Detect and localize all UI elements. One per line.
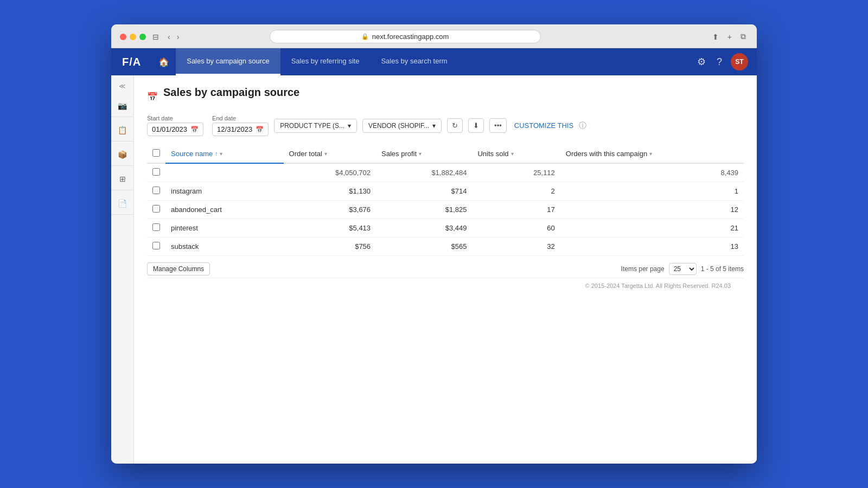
lock-icon: 🔒 (361, 33, 369, 40)
row1-orders: 1 (560, 182, 744, 201)
th-sales-profit[interactable]: Sales profit ▾ (376, 145, 472, 163)
row4-source: substack (165, 237, 284, 256)
minimize-btn[interactable] (130, 34, 136, 40)
th-order-total[interactable]: Order total ▾ (284, 145, 376, 163)
table-row: instagram $1,130 $714 2 1 (147, 182, 744, 201)
totals-orders: 8,439 (560, 163, 744, 182)
row4-units-sold: 32 (472, 237, 560, 256)
end-date-label: End date (212, 115, 269, 121)
sort-asc-icon: ↑ (215, 151, 218, 157)
customize-help-icon[interactable]: ⓘ (579, 121, 586, 131)
address-bar[interactable]: 🔒 next.forecastingapp.com (270, 30, 541, 43)
vendor-filter-btn[interactable]: VENDOR (SHOPIF... ▾ (362, 119, 442, 133)
tabs-btn[interactable]: ⧉ (738, 31, 748, 42)
avatar[interactable]: ST (731, 53, 748, 70)
chevron-down-icon: ▾ (348, 122, 351, 130)
filter-icon-source[interactable]: ▾ (220, 151, 222, 157)
maximize-btn[interactable] (139, 34, 146, 40)
totals-units-sold: 25,112 (472, 163, 560, 182)
start-date-value[interactable]: 01/01/2023 (152, 125, 187, 133)
expand-icon: › (125, 102, 131, 109)
table-row: abandoned_cart $3,676 $1,825 17 12 (147, 201, 744, 219)
filter-icon-order[interactable]: ▾ (324, 151, 327, 157)
filter-icon-units[interactable]: ▾ (511, 151, 514, 157)
sidebar-item-reports[interactable]: 📋 › (113, 121, 132, 139)
end-date-value[interactable]: 12/31/2023 (217, 125, 252, 133)
filter-icon-orders[interactable]: ▾ (649, 151, 652, 157)
tab-sales-search[interactable]: Sales by search term (370, 48, 458, 75)
end-date-calendar-btn[interactable]: 📅 (256, 126, 264, 133)
share-btn[interactable]: ⬆ (710, 31, 721, 42)
totals-order-total: $4,050,702 (284, 163, 376, 182)
th-source-name[interactable]: Source name ↑ ▾ (165, 145, 284, 163)
row4-checkbox[interactable] (152, 242, 160, 249)
chevron-down-icon-2: ▾ (432, 122, 436, 130)
row4-orders: 13 (560, 237, 744, 256)
row4-sales-profit: $565 (376, 237, 472, 256)
new-tab-btn[interactable]: + (725, 31, 734, 42)
items-per-page-select[interactable]: 25 50 100 (669, 263, 697, 275)
sidebar-toggle-btn[interactable]: ⊟ (152, 33, 159, 41)
pagination-info: Items per page 25 50 100 1 - 5 of 5 item… (621, 263, 744, 275)
sidebar-collapse-btn[interactable]: ≪ (115, 80, 130, 93)
home-btn[interactable]: 🏠 (152, 48, 176, 75)
expand-icon-5: › (125, 200, 131, 207)
th-select-all[interactable] (147, 145, 165, 163)
page-footer: © 2015-2024 Targetta Ltd. All Rights Res… (147, 278, 744, 291)
app-logo: F/A (122, 56, 141, 68)
start-date-field: Start date 01/01/2023 📅 (147, 115, 203, 136)
sidebar-item-grid[interactable]: ⊞ › (113, 170, 132, 188)
th-units-sold[interactable]: Units sold ▾ (472, 145, 560, 163)
tab-sales-referring[interactable]: Sales by referring site (280, 48, 371, 75)
row3-units-sold: 60 (472, 219, 560, 237)
filter-vendor-label: VENDOR (SHOPIF... (368, 122, 429, 130)
totals-checkbox[interactable] (152, 168, 160, 176)
sidebar: ≪ 📷 › 📋 › 📦 › ⊞ (111, 75, 134, 464)
export-btn[interactable]: ⬇ (468, 118, 484, 133)
date-group: Start date 01/01/2023 📅 End date 12/31/2… (147, 115, 269, 136)
expand-icon-4: › (125, 176, 131, 182)
totals-sales-profit: $1,882,484 (376, 163, 472, 182)
refresh-btn[interactable]: ↻ (447, 118, 463, 133)
row2-source: abandoned_cart (165, 201, 284, 219)
filter-icon-profit[interactable]: ▾ (419, 151, 422, 157)
th-orders-campaign[interactable]: Orders with this campaign ▾ (560, 145, 744, 163)
forward-btn[interactable]: › (175, 31, 182, 42)
settings-icon[interactable]: ⚙ (695, 54, 708, 70)
close-btn[interactable] (120, 34, 126, 40)
sidebar-item-camera[interactable]: 📷 › (113, 97, 132, 114)
tab-sales-campaign[interactable]: Sales by campaign source (176, 48, 280, 75)
row3-checkbox[interactable] (152, 223, 160, 231)
page-title: Sales by campaign source (163, 86, 299, 99)
customize-btn[interactable]: CUSTOMIZE THIS (514, 121, 573, 130)
manage-columns-btn[interactable]: Manage Columns (147, 262, 210, 275)
row1-checkbox[interactable] (152, 187, 160, 194)
sidebar-item-products[interactable]: 📦 › (113, 146, 132, 163)
items-per-page-label: Items per page (621, 265, 665, 273)
row2-orders: 12 (560, 201, 744, 219)
row1-order-total: $1,130 (284, 182, 376, 201)
table-footer: Manage Columns Items per page 25 50 100 … (147, 260, 744, 278)
sidebar-item-docs[interactable]: 📄 › (113, 195, 132, 212)
more-options-btn[interactable]: ••• (489, 118, 507, 133)
row3-orders: 21 (560, 219, 744, 237)
row3-order-total: $5,413 (284, 219, 376, 237)
product-type-filter-btn[interactable]: PRODUCT TYPE (S... ▾ (274, 119, 357, 133)
select-all-checkbox[interactable] (152, 149, 160, 157)
row2-sales-profit: $1,825 (376, 201, 472, 219)
help-icon[interactable]: ? (714, 54, 724, 70)
data-table: Source name ↑ ▾ Order total ▾ (147, 145, 744, 256)
expand-icon-3: › (125, 151, 131, 158)
expand-icon-2: › (125, 127, 131, 133)
start-date-calendar-btn[interactable]: 📅 (190, 126, 199, 133)
calendar-page-icon: 📅 (147, 92, 158, 102)
pagination-text: 1 - 5 of 5 items (701, 265, 744, 273)
row2-checkbox[interactable] (152, 205, 160, 213)
row1-sales-profit: $714 (376, 182, 472, 201)
table-totals-row: $4,050,702 $1,882,484 25,112 8,439 (147, 163, 744, 182)
row3-source: pinterest (165, 219, 284, 237)
back-btn[interactable]: ‹ (165, 31, 173, 42)
table-row: pinterest $5,413 $3,449 60 21 (147, 219, 744, 237)
end-date-field: End date 12/31/2023 📅 (212, 115, 269, 136)
row1-source: instagram (165, 182, 284, 201)
